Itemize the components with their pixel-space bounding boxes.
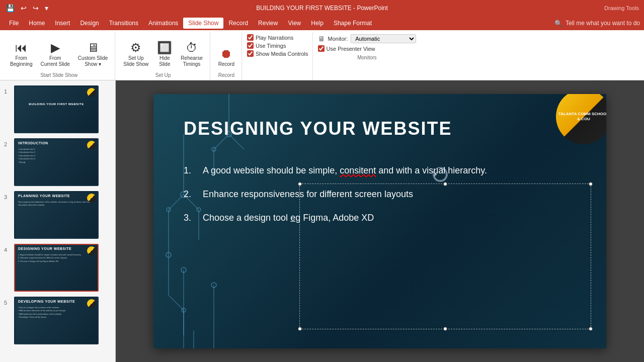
slide-area: TALANTA COMM SCHOOL & COU DESIGNING YOUR… xyxy=(116,80,644,362)
setup-label: Set Up xyxy=(120,71,205,80)
typo-consitent: consitent xyxy=(340,165,376,175)
svg-line-1 xyxy=(169,195,184,210)
svg-point-18 xyxy=(166,252,171,257)
slide-panel: 1 BUILDING YOUR FIRST WEBSITE 2 INTRODUC… xyxy=(0,80,116,362)
setup-slideshow-button[interactable]: ⚙ Set UpSlide Show xyxy=(120,40,151,69)
rehearse-timings-button[interactable]: ⏱ RehearseTimings xyxy=(178,40,205,69)
show-media-controls-checkbox[interactable]: Show Media Controls xyxy=(247,50,308,57)
menu-animations[interactable]: Animations xyxy=(143,18,183,29)
selection-handle-bm[interactable] xyxy=(443,327,447,331)
hide-slide-button[interactable]: 🔲 HideSlide xyxy=(153,40,176,69)
slide-body: 1. A good website should be simple, cons… xyxy=(184,164,576,318)
ribbon-group-monitors: 🖥 Monitor: Automatic Use Presenter View … xyxy=(314,32,421,80)
checkboxes-label xyxy=(247,59,308,62)
record-label: Record xyxy=(215,71,237,80)
monitor-select[interactable]: Automatic xyxy=(351,34,416,43)
menu-file[interactable]: File xyxy=(4,18,24,29)
hide-slide-icon: 🔲 xyxy=(157,42,172,54)
svg-point-16 xyxy=(167,208,171,212)
menu-view[interactable]: View xyxy=(283,18,306,29)
from-beginning-icon: ⏮ xyxy=(15,42,27,54)
menu-insert[interactable]: Insert xyxy=(50,18,75,29)
monitor-icon: 🖥 xyxy=(318,35,325,43)
menu-design[interactable]: Design xyxy=(75,18,104,29)
ribbon-group-setup: ⚙ Set UpSlide Show 🔲 HideSlide ⏱ Rehears… xyxy=(116,32,210,80)
selection-handle-tr[interactable] xyxy=(589,182,593,186)
menu-shape-format[interactable]: Shape Format xyxy=(329,18,377,29)
menu-bar: File Home Insert Design Transitions Anim… xyxy=(0,16,644,30)
presenter-view-checkbox[interactable]: Use Presenter View xyxy=(318,45,375,52)
menu-slideshow[interactable]: Slide Show xyxy=(183,18,223,29)
customize-icon[interactable]: ▾ xyxy=(44,3,49,13)
menu-review[interactable]: Review xyxy=(253,18,283,29)
from-current-icon: ▶ xyxy=(51,42,60,54)
custom-show-icon: 🖥 xyxy=(87,42,99,54)
slide-thumbnail-4[interactable]: 4 DESIGNING YOUR WEBSITE 1. A good websi… xyxy=(2,243,113,293)
slide-bullet-3: 3. Choose a design tool eg Figma, Adobe … xyxy=(184,212,576,224)
slide-thumbnail-5[interactable]: 5 DEVELOPING YOUR WEBSITE • How to confi… xyxy=(2,296,113,345)
title-bar: 💾 ↩ ↪ ▾ BUILDING YOUR FIRST WEBSITE - Po… xyxy=(0,0,644,16)
window-title: BUILDING YOUR FIRST WEBSITE - PowerPoint xyxy=(256,5,388,12)
slide-canvas: TALANTA COMM SCHOOL & COU DESIGNING YOUR… xyxy=(153,94,606,348)
slide-bullet-2: 2. Enhance responsiveness for different … xyxy=(184,188,576,201)
record-button[interactable]: ⏺ Record xyxy=(215,46,237,69)
menu-help[interactable]: Help xyxy=(306,18,329,29)
monitors-label: Monitors xyxy=(318,54,417,62)
redo-icon[interactable]: ↪ xyxy=(32,3,40,13)
slide-bullet-1: 1. A good website should be simple, cons… xyxy=(184,164,576,177)
menu-record[interactable]: Record xyxy=(223,18,253,29)
slide-thumbnail-2[interactable]: 2 INTRODUCTION • Introduction line 1• In… xyxy=(2,137,113,187)
selection-handle-bl[interactable] xyxy=(298,327,302,331)
ribbon-group-checkboxes: Play Narrations Use Timings Show Media C… xyxy=(243,32,313,80)
slide-thumbnail-3[interactable]: 3 PLANNING YOUR WEBSITE Set a purpose an… xyxy=(2,190,113,240)
rehearse-icon: ⏱ xyxy=(186,42,198,54)
slide-title[interactable]: DESIGNING YOUR WEBSITE xyxy=(184,118,566,139)
drawing-tools-label: Drawing Tools xyxy=(604,5,639,11)
qat: 💾 ↩ ↪ ▾ xyxy=(5,3,49,13)
start-slideshow-label: Start Slide Show xyxy=(7,71,111,80)
record-icon: ⏺ xyxy=(220,48,232,60)
menu-transitions[interactable]: Transitions xyxy=(104,18,143,29)
svg-line-7 xyxy=(169,295,184,310)
selection-handle-br[interactable] xyxy=(589,327,593,331)
custom-slide-show-button[interactable]: 🖥 Custom SlideShow ▾ xyxy=(75,40,111,69)
play-narrations-checkbox[interactable]: Play Narrations xyxy=(247,34,308,41)
slide-thumbnail-1[interactable]: 1 BUILDING YOUR FIRST WEBSITE xyxy=(2,84,113,134)
menu-home[interactable]: Home xyxy=(24,18,50,29)
from-current-slide-button[interactable]: ▶ FromCurrent Slide xyxy=(37,40,72,69)
ribbon: ⏮ FromBeginning ▶ FromCurrent Slide 🖥 Cu… xyxy=(0,30,644,80)
ribbon-group-start-slideshow: ⏮ FromBeginning ▶ FromCurrent Slide 🖥 Cu… xyxy=(3,32,115,80)
main-area: 1 BUILDING YOUR FIRST WEBSITE 2 INTRODUC… xyxy=(0,80,644,362)
setup-icon: ⚙ xyxy=(130,42,141,54)
from-beginning-button[interactable]: ⏮ FromBeginning xyxy=(7,40,35,69)
svg-point-23 xyxy=(212,147,216,151)
undo-icon[interactable]: ↩ xyxy=(20,3,28,13)
search-label[interactable]: Tell me what you want to do xyxy=(566,20,640,27)
save-icon[interactable]: 💾 xyxy=(5,3,16,13)
use-timings-checkbox[interactable]: Use Timings xyxy=(247,42,308,49)
monitor-label: Monitor: xyxy=(328,36,348,42)
search-icon: 🔍 xyxy=(554,20,562,27)
ribbon-group-record: ⏺ Record Record xyxy=(211,32,242,80)
